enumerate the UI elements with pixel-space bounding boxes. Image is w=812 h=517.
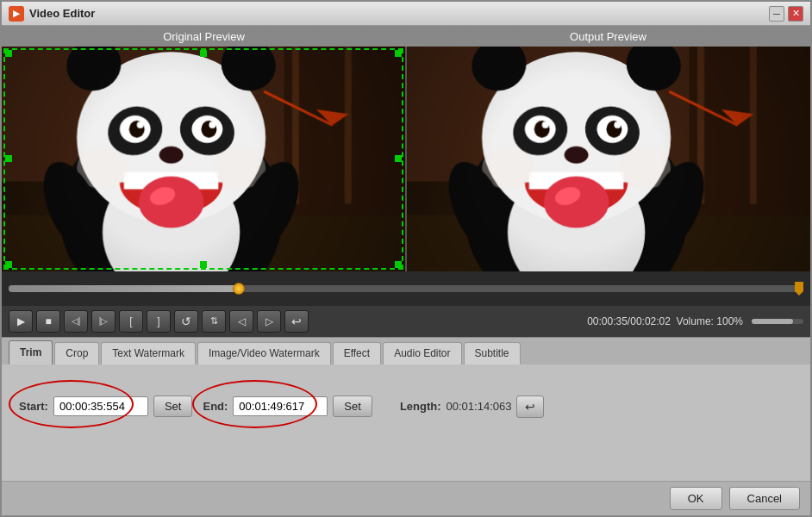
- app-icon: ▶: [9, 6, 24, 22]
- title-bar: ▶ Video Editor ─ ✕: [2, 2, 810, 26]
- rewind-button[interactable]: ◁|: [64, 310, 88, 333]
- prev-frame-button[interactable]: ◁: [229, 310, 253, 333]
- time-display: 00:00:35/00:02:02 Volume: 100%: [587, 315, 743, 327]
- window-title: Video Editor: [29, 7, 769, 20]
- tab-text-watermark[interactable]: Text Watermark: [101, 342, 196, 364]
- controls-bar: ▶ ■ ◁| |▷ [ ] ↺ ⇅ ◁ ▷ ↩ 00:00:35/00:02:0…: [2, 306, 810, 337]
- tab-effect[interactable]: Effect: [333, 342, 381, 364]
- tab-audio-editor[interactable]: Audio Editor: [383, 342, 461, 364]
- tab-crop[interactable]: Crop: [54, 342, 99, 364]
- ok-button[interactable]: OK: [670, 487, 722, 510]
- timeline-bar[interactable]: [9, 285, 803, 292]
- swap-button[interactable]: ⇅: [202, 310, 226, 333]
- mark-in-button[interactable]: [: [119, 310, 143, 333]
- forward-button[interactable]: |▷: [91, 310, 116, 333]
- output-preview-label: Output Preview: [406, 30, 810, 43]
- start-field-group: Start: Set: [19, 396, 192, 417]
- set-start-button[interactable]: Set: [153, 396, 193, 417]
- video-editor-window: ▶ Video Editor ─ ✕ Original Preview Outp…: [0, 0, 812, 517]
- end-time-input[interactable]: [233, 396, 328, 416]
- stop-button[interactable]: ■: [36, 310, 60, 333]
- tabs-bar: Trim Crop Text Watermark Image/Video Wat…: [2, 337, 810, 364]
- bottom-bar: OK Cancel: [2, 481, 810, 515]
- tab-image-video-watermark[interactable]: Image/Video Watermark: [197, 342, 331, 364]
- start-time-input[interactable]: [53, 396, 148, 416]
- trim-row: Start: Set End: Set Length: 00:01:14:063…: [19, 396, 793, 418]
- cancel-button[interactable]: Cancel: [729, 487, 800, 510]
- close-button[interactable]: ✕: [788, 6, 803, 22]
- volume-slider[interactable]: [752, 319, 803, 324]
- original-preview-panel: [2, 47, 405, 271]
- timeline-area[interactable]: [2, 271, 810, 306]
- mark-out-button[interactable]: ]: [147, 310, 171, 333]
- tab-subtitle[interactable]: Subtitle: [464, 342, 521, 364]
- volume-fill: [752, 319, 793, 324]
- preview-area: [2, 47, 810, 271]
- next-frame-button[interactable]: ▷: [257, 310, 281, 333]
- timeline-thumb[interactable]: [233, 283, 245, 295]
- original-preview-label: Original Preview: [2, 30, 406, 43]
- preview-header: Original Preview Output Preview: [2, 26, 810, 47]
- start-label: Start:: [19, 400, 48, 413]
- length-value: 00:01:14:063: [447, 400, 512, 413]
- end-label: End:: [203, 400, 228, 413]
- main-content: Start: Set End: Set Length: 00:01:14:063…: [2, 364, 810, 481]
- end-field-group: End: Set: [203, 396, 372, 417]
- output-preview-panel: [407, 47, 810, 271]
- output-video-canvas: [407, 47, 810, 271]
- undo-button[interactable]: ↩: [284, 310, 309, 333]
- play-button[interactable]: ▶: [9, 310, 33, 333]
- length-group: Length: 00:01:14:063 ↩: [400, 396, 545, 418]
- original-video-canvas: [2, 47, 405, 271]
- loop-button[interactable]: ↺: [174, 310, 198, 333]
- reset-button[interactable]: ↩: [516, 396, 544, 418]
- timeline-end-marker[interactable]: [795, 282, 803, 296]
- tab-trim[interactable]: Trim: [9, 340, 53, 364]
- set-end-button[interactable]: Set: [333, 396, 372, 417]
- length-label: Length:: [400, 400, 441, 413]
- timeline-fill: [9, 285, 239, 292]
- minimize-button[interactable]: ─: [769, 6, 784, 22]
- window-controls: ─ ✕: [769, 6, 803, 22]
